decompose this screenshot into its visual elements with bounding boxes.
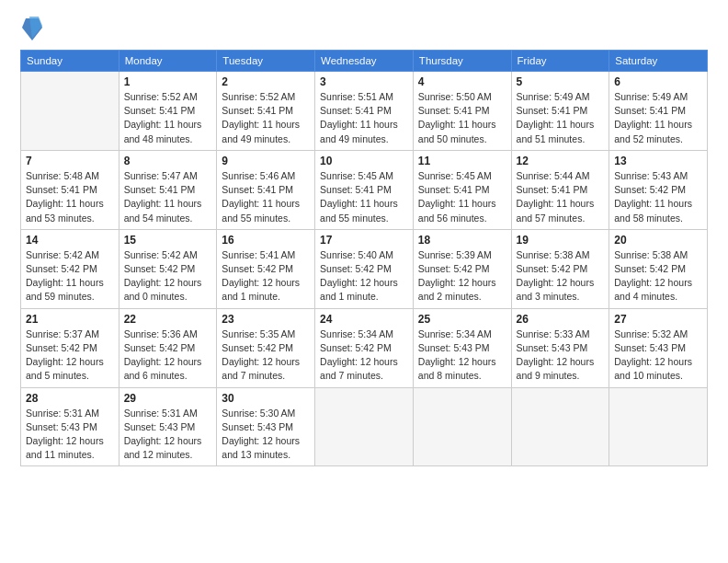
day-number: 26: [517, 313, 605, 326]
day-info: Sunrise: 5:33 AMSunset: 5:43 PMDaylight:…: [517, 327, 605, 384]
day-info: Sunrise: 5:32 AMSunset: 5:43 PMDaylight:…: [614, 327, 702, 384]
day-info: Sunrise: 5:45 AMSunset: 5:41 PMDaylight:…: [418, 169, 506, 225]
day-info: Sunrise: 5:51 AMSunset: 5:41 PMDaylight:…: [320, 90, 408, 146]
calendar-cell: 11Sunrise: 5:45 AMSunset: 5:41 PMDayligh…: [413, 150, 511, 229]
logo: [20, 17, 42, 40]
calendar-cell: 2Sunrise: 5:52 AMSunset: 5:41 PMDaylight…: [217, 72, 315, 151]
day-info: Sunrise: 5:44 AMSunset: 5:41 PMDaylight:…: [517, 169, 605, 225]
day-number: 15: [124, 234, 212, 247]
day-info: Sunrise: 5:31 AMSunset: 5:43 PMDaylight:…: [26, 407, 114, 463]
day-number: 8: [124, 155, 212, 167]
day-number: 25: [418, 313, 506, 326]
calendar-cell: 18Sunrise: 5:39 AMSunset: 5:42 PMDayligh…: [413, 229, 511, 308]
day-number: 14: [26, 234, 114, 247]
calendar-cell: [21, 72, 119, 151]
calendar-cell: 27Sunrise: 5:32 AMSunset: 5:43 PMDayligh…: [609, 308, 708, 387]
day-info: Sunrise: 5:38 AMSunset: 5:42 PMDaylight:…: [517, 248, 605, 304]
calendar-week-row: 28Sunrise: 5:31 AMSunset: 5:43 PMDayligh…: [21, 387, 708, 466]
day-info: Sunrise: 5:35 AMSunset: 5:42 PMDaylight:…: [222, 327, 310, 384]
day-info: Sunrise: 5:50 AMSunset: 5:41 PMDaylight:…: [418, 90, 506, 146]
calendar-week-row: 21Sunrise: 5:37 AMSunset: 5:42 PMDayligh…: [21, 308, 708, 387]
day-number: 23: [222, 313, 310, 326]
day-number: 30: [222, 392, 310, 405]
calendar-cell: 28Sunrise: 5:31 AMSunset: 5:43 PMDayligh…: [21, 387, 119, 466]
calendar-week-row: 1Sunrise: 5:52 AMSunset: 5:41 PMDaylight…: [21, 72, 708, 151]
calendar-week-row: 14Sunrise: 5:42 AMSunset: 5:42 PMDayligh…: [21, 229, 708, 308]
day-info: Sunrise: 5:49 AMSunset: 5:41 PMDaylight:…: [614, 90, 702, 146]
calendar-cell: 10Sunrise: 5:45 AMSunset: 5:41 PMDayligh…: [315, 150, 414, 229]
calendar-cell: 15Sunrise: 5:42 AMSunset: 5:42 PMDayligh…: [119, 229, 217, 308]
day-number: 1: [124, 75, 212, 88]
calendar-day-header: Tuesday: [217, 51, 315, 72]
calendar-cell: 13Sunrise: 5:43 AMSunset: 5:42 PMDayligh…: [609, 150, 708, 229]
day-info: Sunrise: 5:52 AMSunset: 5:41 PMDaylight:…: [222, 90, 310, 146]
calendar-day-header: Friday: [511, 51, 609, 72]
day-info: Sunrise: 5:37 AMSunset: 5:42 PMDaylight:…: [26, 327, 114, 384]
day-info: Sunrise: 5:30 AMSunset: 5:43 PMDaylight:…: [222, 407, 310, 463]
calendar-cell: 16Sunrise: 5:41 AMSunset: 5:42 PMDayligh…: [217, 229, 315, 308]
calendar-cell: 6Sunrise: 5:49 AMSunset: 5:41 PMDaylight…: [609, 72, 708, 151]
calendar-cell: 21Sunrise: 5:37 AMSunset: 5:42 PMDayligh…: [21, 308, 119, 387]
calendar-cell: 5Sunrise: 5:49 AMSunset: 5:41 PMDaylight…: [511, 72, 609, 151]
day-info: Sunrise: 5:34 AMSunset: 5:42 PMDaylight:…: [320, 327, 408, 384]
calendar-cell: [413, 387, 511, 466]
calendar-cell: [609, 387, 708, 466]
day-number: 3: [320, 75, 408, 88]
calendar-cell: 20Sunrise: 5:38 AMSunset: 5:42 PMDayligh…: [609, 229, 708, 308]
calendar-cell: 22Sunrise: 5:36 AMSunset: 5:42 PMDayligh…: [119, 308, 217, 387]
day-info: Sunrise: 5:49 AMSunset: 5:41 PMDaylight:…: [517, 90, 605, 146]
calendar-day-header: Saturday: [609, 51, 708, 72]
calendar-cell: 25Sunrise: 5:34 AMSunset: 5:43 PMDayligh…: [413, 308, 511, 387]
day-info: Sunrise: 5:38 AMSunset: 5:42 PMDaylight:…: [614, 248, 702, 304]
day-info: Sunrise: 5:40 AMSunset: 5:42 PMDaylight:…: [320, 248, 408, 304]
day-info: Sunrise: 5:45 AMSunset: 5:41 PMDaylight:…: [320, 169, 408, 225]
calendar-cell: 1Sunrise: 5:52 AMSunset: 5:41 PMDaylight…: [119, 72, 217, 151]
calendar-cell: 26Sunrise: 5:33 AMSunset: 5:43 PMDayligh…: [511, 308, 609, 387]
day-number: 27: [614, 313, 702, 326]
day-number: 9: [222, 155, 310, 167]
calendar-day-header: Monday: [119, 51, 217, 72]
calendar-body: 1Sunrise: 5:52 AMSunset: 5:41 PMDaylight…: [21, 72, 708, 466]
calendar-cell: 12Sunrise: 5:44 AMSunset: 5:41 PMDayligh…: [511, 150, 609, 229]
day-number: 10: [320, 155, 408, 167]
day-info: Sunrise: 5:42 AMSunset: 5:42 PMDaylight:…: [26, 248, 114, 304]
calendar-day-header: Sunday: [21, 51, 119, 72]
logo-icon: [22, 15, 42, 40]
calendar-cell: 7Sunrise: 5:48 AMSunset: 5:41 PMDaylight…: [21, 150, 119, 229]
day-number: 19: [517, 234, 605, 247]
day-number: 2: [222, 75, 310, 88]
calendar-cell: 23Sunrise: 5:35 AMSunset: 5:42 PMDayligh…: [217, 308, 315, 387]
day-number: 17: [320, 234, 408, 247]
day-number: 28: [26, 392, 114, 405]
calendar-cell: 29Sunrise: 5:31 AMSunset: 5:43 PMDayligh…: [119, 387, 217, 466]
calendar-header-row: SundayMondayTuesdayWednesdayThursdayFrid…: [21, 51, 708, 72]
page: SundayMondayTuesdayWednesdayThursdayFrid…: [0, 0, 728, 563]
day-number: 18: [418, 234, 506, 247]
day-number: 21: [26, 313, 114, 326]
day-number: 24: [320, 313, 408, 326]
day-info: Sunrise: 5:46 AMSunset: 5:41 PMDaylight:…: [222, 169, 310, 225]
header: [20, 17, 708, 40]
day-info: Sunrise: 5:52 AMSunset: 5:41 PMDaylight:…: [124, 90, 212, 146]
calendar-day-header: Wednesday: [315, 51, 414, 72]
day-number: 7: [26, 155, 114, 167]
calendar-cell: 3Sunrise: 5:51 AMSunset: 5:41 PMDaylight…: [315, 72, 414, 151]
day-number: 29: [124, 392, 212, 405]
day-number: 5: [517, 75, 605, 88]
day-info: Sunrise: 5:31 AMSunset: 5:43 PMDaylight:…: [124, 407, 212, 463]
day-number: 20: [614, 234, 702, 247]
calendar-cell: 9Sunrise: 5:46 AMSunset: 5:41 PMDaylight…: [217, 150, 315, 229]
day-number: 12: [517, 155, 605, 167]
day-number: 16: [222, 234, 310, 247]
day-info: Sunrise: 5:39 AMSunset: 5:42 PMDaylight:…: [418, 248, 506, 304]
calendar-cell: [511, 387, 609, 466]
calendar-cell: 30Sunrise: 5:30 AMSunset: 5:43 PMDayligh…: [217, 387, 315, 466]
day-info: Sunrise: 5:47 AMSunset: 5:41 PMDaylight:…: [124, 169, 212, 225]
day-number: 4: [418, 75, 506, 88]
calendar-cell: 14Sunrise: 5:42 AMSunset: 5:42 PMDayligh…: [21, 229, 119, 308]
calendar-table: SundayMondayTuesdayWednesdayThursdayFrid…: [20, 50, 708, 466]
calendar-cell: 19Sunrise: 5:38 AMSunset: 5:42 PMDayligh…: [511, 229, 609, 308]
day-number: 6: [614, 75, 702, 88]
day-number: 13: [614, 155, 702, 167]
day-info: Sunrise: 5:36 AMSunset: 5:42 PMDaylight:…: [124, 327, 212, 384]
